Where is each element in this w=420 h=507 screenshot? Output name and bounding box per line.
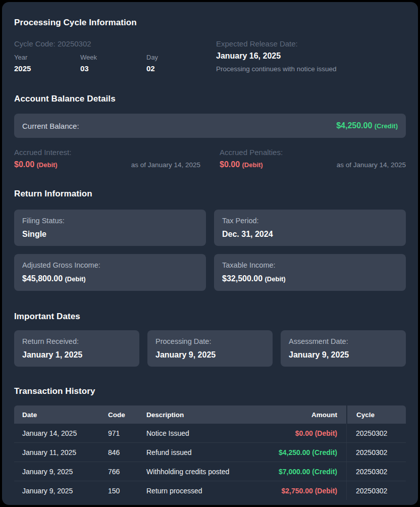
section-transaction-history: Transaction History Date Code Descriptio… [14,386,406,500]
transaction-row: January 11, 2025 846 Refund issued $4,25… [14,443,406,462]
section-return-information: Return Information Filing Status: Single… [14,188,406,291]
filing-status-value: Single [22,229,198,239]
col-header-code: Code [100,411,138,419]
cycle-field-week: Week 03 [80,54,146,73]
tx-date: January 9, 2025 [14,487,100,495]
section-important-dates: Important Dates Return Received: January… [14,311,406,367]
cycle-code-value: 20250302 [58,39,91,48]
accrued-interest-number: $0.00 [14,160,34,169]
transaction-row: January 9, 2025 766 Withholding credits … [14,462,406,481]
accrued-penalties: Accrued Penalties: $0.00 (Debit) as of J… [220,148,406,169]
cycle-code-label: Cycle Code: [14,39,56,48]
col-header-cycle: Cycle [346,405,406,424]
taxable-income-type: (Debit) [265,275,286,283]
assessment-date-card: Assessment Date: January 9, 2025 [281,330,406,367]
cycle-field-year: Year 2025 [14,54,80,73]
tx-amount: $2,750.00 (Debit) [271,487,346,495]
current-balance-number: $4,250.00 [336,121,372,130]
tx-cycle: 20250302 [346,443,406,462]
processing-date-label: Processing Date: [155,337,265,346]
accrued-penalties-asof: as of January 14, 2025 [337,161,406,169]
processing-cycle-heading: Processing Cycle Information [14,17,406,28]
release-date-value: January 16, 2025 [216,51,406,61]
cycle-code-line: Cycle Code: 20250302 [14,39,204,48]
tx-description: Return processed [138,487,271,495]
return-information-heading: Return Information [14,188,406,199]
accrued-interest-amount: $0.00 (Debit) [14,160,58,169]
cycle-field-day: Day 02 [146,54,204,73]
taxable-income-value: $32,500.00 (Debit) [222,274,398,284]
accrued-penalties-number: $0.00 [220,160,240,169]
tx-description: Notice Issued [138,429,271,437]
year-label: Year [14,54,80,62]
accrued-grid: Accrued Interest: $0.00 (Debit) as of Ja… [14,148,406,169]
agi-value: $45,800.00 (Debit) [22,274,198,284]
tax-transcript-panel: Processing Cycle Information Cycle Code:… [2,2,418,505]
current-balance-type: (Credit) [375,122,398,130]
accrued-penalties-amount: $0.00 (Debit) [220,160,263,169]
accrued-interest-asof: as of January 14, 2025 [131,161,200,169]
col-header-amount: Amount [271,411,346,419]
tx-description: Withholding credits posted [138,468,271,476]
taxable-income-card: Taxable Income: $32,500.00 (Debit) [214,254,406,291]
accrued-interest: Accrued Interest: $0.00 (Debit) as of Ja… [14,148,200,169]
tx-amount: $7,000.00 (Credit) [271,468,346,476]
release-date-label: Expected Release Date: [216,39,406,48]
cycle-fields: Year 2025 Week 03 Day 02 [14,54,204,73]
tx-code: 971 [100,429,138,437]
return-information-cards: Filing Status: Single Tax Period: Dec. 3… [14,210,406,291]
agi-number: $45,800.00 [22,274,63,283]
year-value: 2025 [14,64,80,73]
transaction-row: January 9, 2025 150 Return processed $2,… [14,481,406,500]
return-received-card: Return Received: January 1, 2025 [14,330,139,367]
tx-cycle: 20250302 [346,462,406,481]
release-date-block: Expected Release Date: January 16, 2025 … [216,39,406,73]
assessment-date-value: January 9, 2025 [289,350,398,360]
week-label: Week [80,54,146,62]
return-received-label: Return Received: [22,337,131,346]
accrued-penalties-type: (Debit) [242,161,263,169]
taxable-income-label: Taxable Income: [222,261,398,270]
accrued-interest-label: Accrued Interest: [14,148,200,157]
current-balance-amount: $4,250.00 (Credit) [336,121,398,130]
processing-date-value: January 9, 2025 [155,350,265,360]
tax-period-value: Dec. 31, 2024 [222,229,398,239]
tx-code: 150 [100,487,138,495]
transaction-history-heading: Transaction History [14,386,406,397]
assessment-date-label: Assessment Date: [289,337,398,346]
agi-label: Adjusted Gross Income: [22,261,198,270]
release-note: Processing continues with notice issued [216,65,406,73]
accrued-interest-row: $0.00 (Debit) as of January 14, 2025 [14,160,200,169]
col-header-date: Date [14,411,100,419]
tx-cycle: 20250302 [346,481,406,500]
col-header-description: Description [138,411,271,419]
section-account-balance: Account Balance Details Current Balance:… [14,93,406,169]
tx-code: 846 [100,448,138,457]
processing-cycle-grid: Cycle Code: 20250302 Year 2025 Week 03 D… [14,39,406,73]
return-received-value: January 1, 2025 [22,350,131,360]
current-balance-bar: Current Balance: $4,250.00 (Credit) [14,114,406,138]
day-label: Day [146,54,204,62]
tx-description: Refund issued [138,448,271,457]
tx-amount: $0.00 (Debit) [271,429,346,437]
agi-type: (Debit) [65,275,86,283]
week-value: 03 [80,64,146,73]
tax-period-label: Tax Period: [222,216,398,225]
transaction-table: Date Code Description Amount Cycle Janua… [14,405,406,500]
transaction-row: January 14, 2025 971 Notice Issued $0.00… [14,424,406,443]
filing-status-card: Filing Status: Single [14,210,206,246]
tx-code: 766 [100,468,138,476]
agi-card: Adjusted Gross Income: $45,800.00 (Debit… [14,254,206,291]
tx-date: January 14, 2025 [14,429,100,437]
transaction-table-header: Date Code Description Amount Cycle [14,405,406,424]
section-processing-cycle: Processing Cycle Information Cycle Code:… [14,17,406,73]
accrued-penalties-label: Accrued Penalties: [220,148,406,157]
taxable-income-number: $32,500.00 [222,274,262,283]
accrued-penalties-row: $0.00 (Debit) as of January 14, 2025 [220,160,406,169]
important-dates-cards: Return Received: January 1, 2025 Process… [14,330,406,367]
tx-date: January 9, 2025 [14,468,100,476]
accrued-interest-type: (Debit) [37,161,58,169]
important-dates-heading: Important Dates [14,311,406,322]
day-value: 02 [146,64,204,73]
tx-amount: $4,250.00 (Credit) [271,448,346,457]
